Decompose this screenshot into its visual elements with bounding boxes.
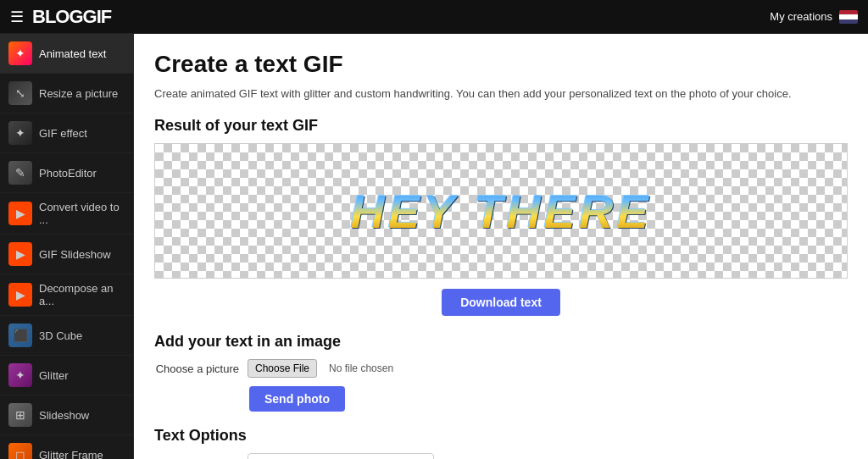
sidebar-item-gif-effect[interactable]: ✦GIF effect bbox=[0, 113, 133, 153]
sidebar-item-photo-editor[interactable]: ✎PhotoEditor bbox=[0, 153, 133, 193]
sidebar-item-slideshow[interactable]: ⊞Slideshow bbox=[0, 395, 133, 435]
sidebar-item-glitter-frame[interactable]: ◻Glitter Frame bbox=[0, 435, 133, 459]
sidebar-item-resize-a-picture[interactable]: ⤡Resize a picture bbox=[0, 74, 133, 113]
sidebar-label-convert-video: Convert video to ... bbox=[39, 201, 125, 226]
gif-preview-area: HEY THERE bbox=[154, 143, 848, 279]
sidebar-thumb-photo-editor: ✎ bbox=[8, 161, 32, 185]
text-options-title: Text Options bbox=[154, 427, 848, 445]
sidebar-label-3d-cube: 3D Cube bbox=[39, 329, 82, 342]
header-right: My creations bbox=[770, 10, 858, 24]
sidebar-label-gif-slideshow: GIF Slideshow bbox=[39, 248, 111, 261]
sidebar-item-decompose[interactable]: ▶Decompose an a... bbox=[0, 274, 133, 316]
flag-icon bbox=[839, 10, 858, 24]
sidebar-item-convert-video[interactable]: ▶Convert video to ... bbox=[0, 193, 133, 235]
your-text-input[interactable] bbox=[248, 453, 434, 459]
sidebar-thumb-glitter-frame: ◻ bbox=[8, 443, 32, 459]
result-section-title: Result of your text GIF bbox=[154, 117, 848, 135]
download-text-button[interactable]: Download text bbox=[442, 289, 560, 316]
sidebar-thumb-gif-effect: ✦ bbox=[8, 121, 32, 145]
main-content: Create a text GIF Create animated GIF te… bbox=[134, 34, 868, 459]
send-photo-button[interactable]: Send photo bbox=[249, 386, 345, 412]
sidebar-thumb-convert-video: ▶ bbox=[8, 202, 32, 225]
gif-text-display: HEY THERE bbox=[350, 184, 651, 239]
sidebar-item-gif-slideshow[interactable]: ▶GIF Slideshow bbox=[0, 235, 133, 274]
sidebar-label-decompose: Decompose an a... bbox=[39, 282, 125, 307]
add-image-section-title: Add your text in an image bbox=[154, 333, 848, 351]
header: ☰ BLOGGIF My creations bbox=[0, 0, 868, 34]
header-left: ☰ BLOGGIF bbox=[10, 6, 111, 28]
sidebar-item-animated-text[interactable]: ✦Animated text bbox=[0, 34, 133, 74]
sidebar-label-glitter: Glitter bbox=[39, 369, 69, 382]
sidebar-label-photo-editor: PhotoEditor bbox=[39, 167, 97, 180]
sidebar-thumb-3d-cube: ⬛ bbox=[8, 324, 32, 347]
sidebar-thumb-animated-text: ✦ bbox=[8, 41, 32, 65]
your-text-row: Your text bbox=[154, 453, 848, 459]
sidebar-thumb-glitter: ✦ bbox=[8, 363, 32, 387]
page-title: Create a text GIF bbox=[154, 51, 848, 78]
choose-picture-label: Choose a picture bbox=[154, 362, 239, 375]
text-options-section: Text Options Your text bbox=[154, 427, 848, 459]
logo: BLOGGIF bbox=[32, 6, 111, 28]
sidebar-thumb-gif-slideshow: ▶ bbox=[8, 242, 32, 266]
your-text-label: Your text bbox=[154, 453, 239, 459]
sidebar-item-3d-cube[interactable]: ⬛3D Cube bbox=[0, 316, 133, 356]
add-image-section: Add your text in an image Choose a pictu… bbox=[154, 333, 848, 412]
sidebar-label-animated-text: Animated text bbox=[39, 47, 107, 60]
hamburger-icon[interactable]: ☰ bbox=[10, 8, 24, 26]
sidebar: ✦Animated text⤡Resize a picture✦GIF effe… bbox=[0, 34, 134, 459]
sidebar-label-gif-effect: GIF effect bbox=[39, 127, 87, 140]
sidebar-thumb-decompose: ▶ bbox=[8, 283, 32, 307]
choose-picture-row: Choose a picture Choose File No file cho… bbox=[154, 359, 848, 378]
sidebar-item-glitter[interactable]: ✦Glitter bbox=[0, 356, 133, 395]
body-layout: ✦Animated text⤡Resize a picture✦GIF effe… bbox=[0, 34, 868, 459]
page-desc: Create animated GIF text with glitter an… bbox=[154, 86, 848, 102]
sidebar-label-glitter-frame: Glitter Frame bbox=[39, 449, 103, 460]
choose-file-button[interactable]: Choose File bbox=[248, 359, 317, 378]
sidebar-label-resize-a-picture: Resize a picture bbox=[39, 87, 118, 100]
no-file-label: No file chosen bbox=[329, 362, 393, 374]
sidebar-label-slideshow: Slideshow bbox=[39, 409, 89, 422]
sidebar-thumb-slideshow: ⊞ bbox=[8, 403, 32, 427]
result-section: Result of your text GIF HEY THERE Downlo… bbox=[154, 117, 848, 316]
my-creations-link[interactable]: My creations bbox=[770, 10, 832, 23]
sidebar-thumb-resize-a-picture: ⤡ bbox=[8, 81, 32, 105]
